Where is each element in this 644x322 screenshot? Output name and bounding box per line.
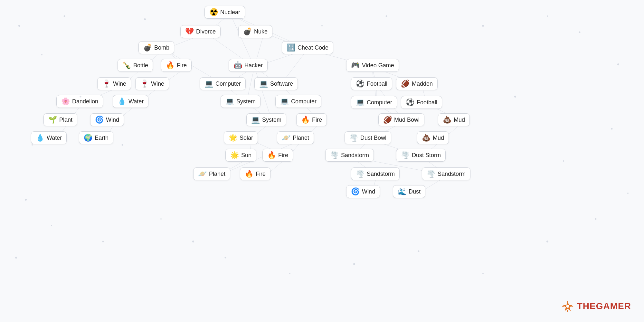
node-fire3[interactable]: 🔥Fire xyxy=(262,149,293,162)
node-icon-solar: 🌟 xyxy=(229,134,237,141)
node-computer2[interactable]: 💻Computer xyxy=(275,95,321,108)
node-icon-mud1: 💩 xyxy=(443,116,451,123)
node-label-computer1: Computer xyxy=(215,80,241,87)
node-fire4[interactable]: 🔥Fire xyxy=(240,167,270,180)
node-sun[interactable]: 🌟Sun xyxy=(225,149,256,162)
node-earth[interactable]: 🌍Earth xyxy=(79,131,113,144)
node-label-wine1: Wine xyxy=(113,80,126,87)
node-icon-computer1: 💻 xyxy=(204,80,213,87)
svg-point-65 xyxy=(102,241,104,242)
node-icon-dust: 🌊 xyxy=(398,188,406,195)
node-sandstorm3[interactable]: 🌪️Sandstorm xyxy=(422,167,470,180)
node-icon-fire3: 🔥 xyxy=(267,152,276,159)
svg-point-61 xyxy=(122,144,123,146)
node-label-system1: System xyxy=(236,98,256,105)
node-sandstorm1[interactable]: 🌪️Sandstorm xyxy=(325,149,374,162)
node-mud1[interactable]: 💩Mud xyxy=(438,113,470,126)
svg-point-63 xyxy=(51,225,52,226)
node-label-plant: Plant xyxy=(59,117,72,123)
node-wind1[interactable]: 🌀Wind xyxy=(90,113,124,126)
svg-point-66 xyxy=(160,218,162,220)
node-wind2[interactable]: 🌀Wind xyxy=(346,185,380,198)
node-videogame[interactable]: 🎮Video Game xyxy=(346,59,399,72)
node-computer1[interactable]: 💻Computer xyxy=(200,77,246,90)
node-label-computer2: Computer xyxy=(291,98,317,105)
node-dustbowl[interactable]: 🌪️Dust Bowl xyxy=(345,131,391,144)
node-label-system2: System xyxy=(262,117,281,123)
node-icon-computer2: 💻 xyxy=(280,98,289,105)
node-label-mudbowl: Mud Bowl xyxy=(394,117,420,123)
node-icon-water2: 💧 xyxy=(36,134,44,141)
node-icon-madden: 🏈 xyxy=(401,80,410,87)
svg-point-73 xyxy=(546,241,548,242)
node-planet2[interactable]: 🪐Planet xyxy=(193,167,230,180)
node-label-planet1: Planet xyxy=(293,135,309,141)
node-nuke[interactable]: 💣Nuke xyxy=(238,25,272,38)
node-hacker[interactable]: 🤖Hacker xyxy=(229,59,268,72)
node-label-bomb: Bomb xyxy=(154,44,169,51)
node-label-nuclear: Nuclear xyxy=(220,9,240,16)
node-wine1[interactable]: 🍷Wine xyxy=(97,77,131,90)
svg-point-67 xyxy=(192,241,194,242)
node-icon-system1: 💻 xyxy=(225,98,234,105)
node-label-duststorm: Dust Storm xyxy=(412,152,441,159)
node-icon-fire1: 🔥 xyxy=(166,62,175,69)
node-icon-wine1: 🍷 xyxy=(102,80,111,87)
node-fire2[interactable]: 🔥Fire xyxy=(296,113,327,126)
node-cheatcode[interactable]: 🔢Cheat Code xyxy=(282,41,333,54)
svg-point-71 xyxy=(418,251,420,252)
node-dandelion[interactable]: 🌸Dandelion xyxy=(56,95,103,108)
node-label-mud2: Mud xyxy=(433,135,444,141)
node-label-planet2: Planet xyxy=(209,171,225,177)
node-bottle[interactable]: 🍾Bottle xyxy=(118,59,153,72)
node-sandstorm2[interactable]: 🌪️Sandstorm xyxy=(351,167,400,180)
node-icon-sandstorm2: 🌪️ xyxy=(356,170,365,177)
node-system2[interactable]: 💻System xyxy=(246,113,286,126)
node-planet1[interactable]: 🪐Planet xyxy=(277,131,314,144)
node-bomb[interactable]: 💣Bomb xyxy=(138,41,174,54)
svg-point-81 xyxy=(321,25,323,26)
node-madden[interactable]: 🏈Madden xyxy=(396,77,438,90)
node-football1[interactable]: ⚽Football xyxy=(351,77,392,90)
node-label-hacker: Hacker xyxy=(244,62,263,69)
node-water2[interactable]: 💧Water xyxy=(31,131,67,144)
svg-point-62 xyxy=(25,199,27,201)
node-icon-planet1: 🪐 xyxy=(282,134,290,141)
node-icon-videogame: 🎮 xyxy=(351,62,360,69)
node-fire1[interactable]: 🔥Fire xyxy=(161,59,192,72)
node-football2[interactable]: ⚽Football xyxy=(401,96,442,109)
node-label-fire1: Fire xyxy=(177,62,187,69)
node-icon-cheatcode: 🔢 xyxy=(287,44,295,51)
node-label-wine2: Wine xyxy=(151,80,164,87)
node-plant[interactable]: 🌱Plant xyxy=(43,113,77,126)
node-nuclear[interactable]: ☢️Nuclear xyxy=(204,6,245,19)
node-duststorm[interactable]: 🌪️Dust Storm xyxy=(396,149,446,162)
node-icon-duststorm: 🌪️ xyxy=(401,152,410,159)
node-icon-fire2: 🔥 xyxy=(301,116,310,123)
svg-point-56 xyxy=(566,305,569,308)
svg-point-80 xyxy=(386,15,387,17)
node-icon-nuclear: ☢️ xyxy=(209,9,218,16)
node-mud2[interactable]: 💩Mud xyxy=(417,131,449,144)
svg-point-69 xyxy=(289,273,290,274)
node-icon-wind2: 🌀 xyxy=(351,188,360,195)
node-software[interactable]: 💻Software xyxy=(254,77,298,90)
svg-point-59 xyxy=(41,54,43,55)
svg-point-84 xyxy=(514,96,516,98)
node-divorce[interactable]: 💔Divorce xyxy=(180,25,221,38)
svg-point-85 xyxy=(611,128,613,130)
node-wine2[interactable]: 🍷Wine xyxy=(135,77,169,90)
node-computer3[interactable]: 💻Computer xyxy=(351,96,397,109)
node-label-divorce: Divorce xyxy=(196,28,216,35)
node-icon-hacker: 🤖 xyxy=(233,62,242,69)
node-dust[interactable]: 🌊Dust xyxy=(393,185,425,198)
node-water1[interactable]: 💧Water xyxy=(113,95,148,108)
node-icon-football1: ⚽ xyxy=(356,80,365,87)
node-icon-mudbowl: 🏈 xyxy=(383,116,392,123)
svg-point-72 xyxy=(482,273,484,274)
node-mudbowl[interactable]: 🏈Mud Bowl xyxy=(378,113,424,126)
node-icon-bottle: 🍾 xyxy=(122,62,131,69)
node-solar[interactable]: 🌟Solar xyxy=(224,131,258,144)
node-icon-nuke: 💣 xyxy=(243,28,252,35)
node-system1[interactable]: 💻System xyxy=(221,95,260,108)
